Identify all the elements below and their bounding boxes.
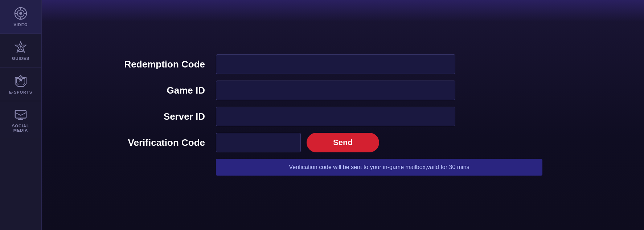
game-id-label: Game ID xyxy=(114,85,216,96)
server-id-label: Server ID xyxy=(114,111,216,122)
info-banner: Verification code will be sent to your i… xyxy=(216,159,542,176)
video-icon xyxy=(14,7,28,20)
game-id-row: Game ID xyxy=(114,81,513,100)
sidebar-item-social-label: SOCIAL MEDIA xyxy=(12,124,29,132)
svg-point-7 xyxy=(20,45,22,48)
form-container: Redemption Code Game ID Server ID Verifi… xyxy=(114,54,513,176)
verification-code-label: Verification Code xyxy=(114,137,216,148)
sidebar-item-social[interactable]: SOCIAL MEDIA xyxy=(0,101,41,139)
svg-rect-8 xyxy=(15,111,26,118)
svg-point-6 xyxy=(19,12,22,15)
guides-icon xyxy=(14,40,28,54)
redemption-code-input[interactable] xyxy=(216,54,455,74)
sidebar: VIDEO GUIDES E-SPORTS xyxy=(0,0,42,230)
verification-code-inputs: Send xyxy=(216,133,379,152)
sidebar-item-guides[interactable]: GUIDES xyxy=(0,34,41,67)
sidebar-item-video[interactable]: VIDEO xyxy=(0,0,41,34)
redemption-code-row: Redemption Code xyxy=(114,54,513,74)
sidebar-item-esports-label: E-SPORTS xyxy=(9,90,32,94)
sidebar-item-guides-label: GUIDES xyxy=(12,56,29,61)
sidebar-item-esports[interactable]: E-SPORTS xyxy=(0,67,41,101)
redemption-code-label: Redemption Code xyxy=(114,59,216,70)
esports-icon xyxy=(14,74,28,88)
game-id-input[interactable] xyxy=(216,81,455,100)
social-icon xyxy=(14,108,28,122)
server-id-row: Server ID xyxy=(114,107,513,126)
server-id-input[interactable] xyxy=(216,107,455,126)
verification-code-input[interactable] xyxy=(216,133,301,152)
sidebar-item-video-label: VIDEO xyxy=(13,22,28,27)
send-button[interactable]: Send xyxy=(307,133,379,152)
main-content: Redemption Code Game ID Server ID Verifi… xyxy=(42,0,644,230)
verification-code-row: Verification Code Send xyxy=(114,133,513,152)
